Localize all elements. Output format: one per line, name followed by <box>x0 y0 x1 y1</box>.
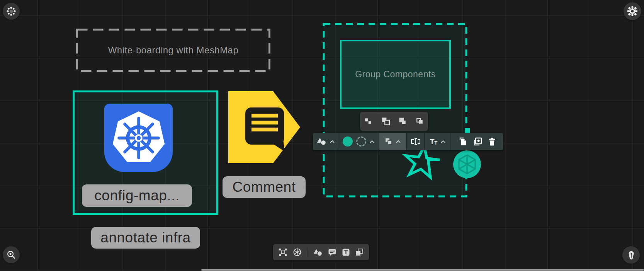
trash-icon <box>489 138 495 146</box>
text-style-button[interactable]: TT <box>425 133 451 150</box>
settings-button[interactable] <box>624 2 641 20</box>
comment-shape-node[interactable] <box>228 91 300 163</box>
send-backward-icon <box>399 118 406 125</box>
copy-icon <box>459 137 467 146</box>
gear-icon <box>627 6 638 17</box>
resize-width-icon <box>410 138 421 145</box>
chevron-up-icon <box>330 140 335 143</box>
whiteboard-canvas[interactable]: White-boarding with MeshMap Group Compon… <box>0 0 644 271</box>
dock-separator <box>307 248 308 257</box>
pen-button[interactable] <box>622 246 640 264</box>
frame-tool-button[interactable] <box>355 248 364 256</box>
frame-icon <box>355 248 364 256</box>
meshery-menu-button[interactable] <box>3 3 20 20</box>
color-border-section <box>338 133 379 150</box>
pen-nib-icon <box>627 251 636 260</box>
copy-button[interactable] <box>459 137 467 146</box>
comment-icon <box>328 248 336 256</box>
arrange-order-button[interactable] <box>379 133 407 150</box>
annotation-text-node[interactable]: annotate infra <box>91 227 200 249</box>
send-to-back-icon <box>416 118 423 125</box>
components-tool-button[interactable] <box>279 248 287 257</box>
kubernetes-icon-badge <box>104 104 173 172</box>
kubernetes-icon <box>110 109 168 167</box>
components-composer-icon <box>279 248 287 257</box>
group-components-label: Group Components <box>355 69 436 80</box>
comment-label-text: Comment <box>233 179 296 195</box>
horizontal-scrollbar[interactable] <box>201 269 644 271</box>
comment-tool-button[interactable] <box>328 248 336 256</box>
zoom-in-icon <box>7 250 16 259</box>
kubernetes-node-label[interactable]: config-map... <box>82 184 192 207</box>
style-toolbar: TT <box>313 133 503 150</box>
zoom-button[interactable] <box>3 246 20 263</box>
mesh-icon <box>293 248 302 257</box>
meshery-logo-icon <box>6 6 16 16</box>
fill-color-swatch[interactable] <box>343 136 353 147</box>
kubernetes-node-label-text: config-map... <box>94 187 179 204</box>
tools-dock <box>273 244 369 260</box>
arrange-popup <box>360 112 428 131</box>
arrange-order-icon <box>385 138 393 145</box>
shapes-tool-button[interactable] <box>313 249 323 256</box>
chevron-up-icon[interactable] <box>370 140 374 143</box>
text-tool-icon <box>342 248 350 256</box>
annotation-text: annotate infra <box>100 230 190 246</box>
whiteboard-note-label: White-boarding with MeshMap <box>76 29 270 72</box>
mesh-circle-node[interactable] <box>452 150 482 179</box>
send-to-back-button[interactable] <box>416 118 423 125</box>
shapes-picker-button[interactable] <box>313 133 338 150</box>
text-tool-button[interactable] <box>342 248 350 256</box>
actions-section <box>451 133 503 150</box>
selection-handle[interactable] <box>465 128 470 133</box>
border-style-button[interactable] <box>356 136 366 147</box>
duplicate-add-button[interactable] <box>474 137 482 146</box>
mesh-tool-button[interactable] <box>293 248 302 257</box>
delete-button[interactable] <box>489 138 495 146</box>
bring-to-front-button[interactable] <box>365 118 372 125</box>
shapes-icon <box>316 138 326 145</box>
bring-to-front-icon <box>365 118 372 125</box>
bring-forward-icon <box>382 117 390 125</box>
comment-node-label[interactable]: Comment <box>223 176 306 198</box>
bring-forward-button[interactable] <box>382 117 390 125</box>
send-backward-button[interactable] <box>399 118 406 125</box>
text-style-icon: TT <box>430 138 438 145</box>
shapes-icon <box>313 249 323 256</box>
duplicate-add-icon <box>474 137 482 146</box>
group-components-node[interactable]: Group Components <box>340 40 451 109</box>
resize-width-button[interactable] <box>407 133 425 150</box>
chevron-up-icon <box>396 140 401 143</box>
chevron-up-icon <box>441 140 445 143</box>
